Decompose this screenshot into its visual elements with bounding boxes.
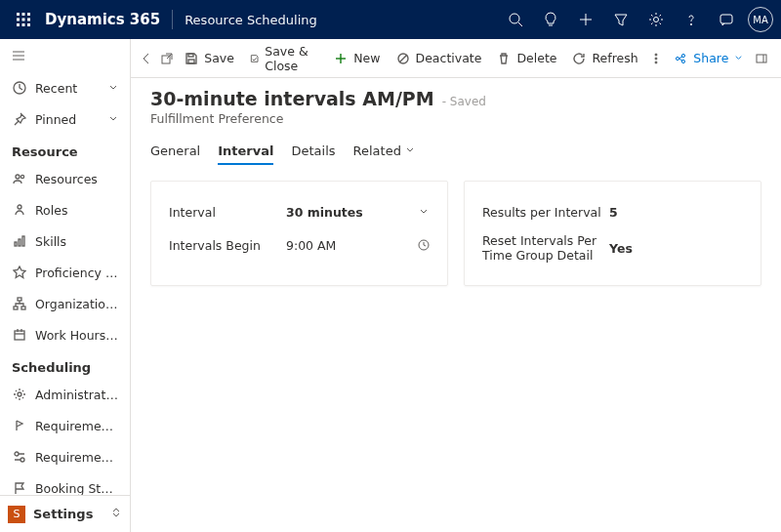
- svg-rect-24: [15, 242, 17, 246]
- gear-icon[interactable]: [638, 0, 674, 39]
- calendar-icon: [12, 327, 27, 343]
- back-button[interactable]: [137, 39, 157, 78]
- overflow-icon[interactable]: [646, 39, 667, 78]
- role-icon: [12, 202, 27, 218]
- sidebar-item-administration[interactable]: Administration: [0, 379, 126, 410]
- sidebar-item-label: Roles: [35, 203, 67, 218]
- people-icon: [12, 171, 27, 186]
- sidebar-item-recent[interactable]: Recent: [0, 72, 126, 103]
- sidebar-item-work-hours[interactable]: Work Hours Temp...: [0, 319, 126, 350]
- deactivate-button[interactable]: Deactivate: [389, 39, 490, 78]
- area-badge: S: [8, 506, 25, 523]
- plus-icon[interactable]: [568, 0, 603, 39]
- main-area: Save Save & Close New Deactivate Delete …: [131, 39, 781, 532]
- field-label: Reset Intervals Per Time Group Detail: [482, 233, 609, 263]
- svg-point-35: [15, 452, 19, 456]
- save-button[interactable]: Save: [177, 39, 242, 78]
- svg-point-55: [655, 61, 657, 63]
- field-results-per-interval[interactable]: Results per Interval 5: [482, 195, 743, 228]
- open-new-window-icon[interactable]: [157, 39, 178, 78]
- sidebar-toggle[interactable]: [0, 39, 130, 72]
- share-button[interactable]: Share: [666, 51, 751, 65]
- svg-point-14: [654, 18, 659, 22]
- sidebar-item-req-priority[interactable]: Requirement Prior...: [0, 410, 126, 441]
- priority-icon: [12, 418, 27, 433]
- side-pane-icon[interactable]: [751, 39, 771, 78]
- status-icon: [12, 449, 27, 465]
- updown-icon: [110, 507, 122, 521]
- sidebar-item-booking-statuses[interactable]: Booking Statuses: [0, 472, 126, 495]
- svg-rect-16: [720, 15, 732, 23]
- sidebar-item-org-units[interactable]: Organizational Un...: [0, 288, 126, 319]
- chevron-down-icon: [405, 143, 415, 158]
- sidebar-item-proficiency[interactable]: Proficiency Models: [0, 257, 126, 288]
- sidebar-item-resources[interactable]: Resources: [0, 163, 126, 194]
- save-close-button[interactable]: Save & Close: [242, 39, 326, 78]
- svg-rect-27: [18, 298, 21, 301]
- divider: [172, 10, 173, 29]
- delete-button[interactable]: Delete: [489, 39, 564, 78]
- user-avatar[interactable]: MA: [748, 7, 773, 32]
- field-intervals-begin[interactable]: Intervals Begin 9:00 AM: [169, 228, 430, 262]
- chevron-down-icon: [108, 81, 118, 96]
- refresh-button[interactable]: Refresh: [564, 39, 645, 78]
- filter-icon[interactable]: [603, 0, 638, 39]
- tab-interval[interactable]: Interval: [218, 140, 273, 164]
- sidebar-item-pinned[interactable]: Pinned: [0, 103, 126, 135]
- field-label: Interval: [169, 205, 286, 220]
- field-reset-intervals[interactable]: Reset Intervals Per Time Group Detail Ye…: [482, 228, 743, 267]
- svg-line-10: [518, 22, 522, 26]
- sidebar-section-resource: Resource: [0, 135, 126, 163]
- lightbulb-icon[interactable]: [533, 0, 568, 39]
- page-title: 30-minute intervals AM/PM: [150, 88, 434, 109]
- saved-indicator: - Saved: [442, 95, 486, 108]
- tab-label: Related: [353, 143, 401, 158]
- svg-point-54: [655, 58, 657, 60]
- cmd-label: Save: [204, 51, 234, 65]
- svg-point-23: [18, 205, 21, 209]
- svg-point-34: [18, 392, 21, 396]
- app-launcher-icon[interactable]: [8, 0, 39, 39]
- brand-name[interactable]: Dynamics 365: [45, 11, 160, 28]
- svg-rect-7: [22, 23, 25, 26]
- chevron-down-icon[interactable]: [412, 206, 430, 218]
- svg-rect-0: [17, 13, 20, 16]
- area-switcher[interactable]: S Settings: [0, 495, 130, 532]
- page-content: 30-minute intervals AM/PM - Saved Fulfil…: [131, 78, 781, 532]
- cmd-label: New: [353, 51, 380, 65]
- field-value: Yes: [609, 241, 743, 256]
- svg-point-53: [655, 54, 657, 56]
- svg-rect-25: [19, 239, 21, 246]
- svg-rect-47: [188, 54, 193, 57]
- field-interval[interactable]: Interval 30 minutes: [169, 195, 430, 228]
- cmd-label: Refresh: [592, 51, 637, 65]
- app-name[interactable]: Resource Scheduling: [185, 13, 317, 27]
- svg-rect-48: [188, 60, 194, 63]
- sidebar-item-roles[interactable]: Roles: [0, 194, 126, 225]
- search-icon[interactable]: [498, 0, 533, 39]
- svg-line-52: [399, 55, 407, 62]
- assistant-icon[interactable]: [709, 0, 744, 39]
- cmd-label: Deactivate: [416, 51, 482, 65]
- new-button[interactable]: New: [326, 39, 388, 78]
- tab-label: General: [150, 143, 200, 158]
- clock-icon[interactable]: [412, 239, 430, 251]
- gear-icon: [12, 387, 27, 402]
- form-tabs: General Interval Details Related: [150, 140, 761, 165]
- sidebar-item-req-status[interactable]: Requirement Stat...: [0, 441, 126, 472]
- sidebar-item-label: Recent: [35, 81, 77, 96]
- tab-label: Interval: [218, 143, 273, 158]
- tab-related[interactable]: Related: [353, 140, 415, 164]
- tab-general[interactable]: General: [150, 140, 200, 164]
- org-icon: [12, 296, 27, 311]
- sidebar-section-scheduling: Scheduling: [0, 350, 126, 379]
- svg-point-36: [21, 458, 24, 462]
- flag-icon: [12, 480, 27, 495]
- help-icon[interactable]: [674, 0, 709, 39]
- sidebar-item-label: Proficiency Models: [35, 266, 118, 280]
- svg-rect-29: [21, 307, 25, 309]
- sidebar-item-skills[interactable]: Skills: [0, 225, 126, 257]
- tab-details[interactable]: Details: [291, 140, 335, 164]
- sidebar-item-label: Organizational Un...: [35, 297, 118, 311]
- card-left: Interval 30 minutes Intervals Begin 9:00…: [150, 181, 448, 286]
